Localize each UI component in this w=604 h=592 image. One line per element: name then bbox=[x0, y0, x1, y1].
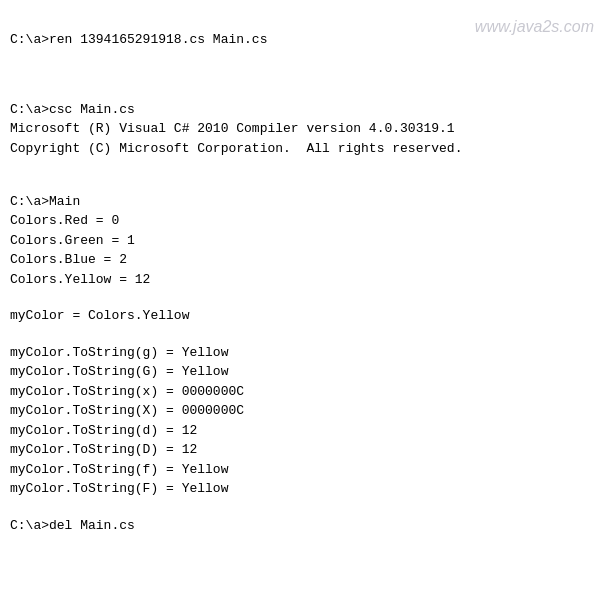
console-line-line1: C:\a>ren 1394165291918.cs Main.cs bbox=[10, 30, 594, 50]
console-line-line9: Colors.Yellow = 12 bbox=[10, 270, 594, 290]
console-line-line6: Colors.Red = 0 bbox=[10, 211, 594, 231]
console-line-empty3 bbox=[10, 83, 594, 100]
console-line-line14: myColor.ToString(X) = 0000000C bbox=[10, 401, 594, 421]
console-line-line15: myColor.ToString(d) = 12 bbox=[10, 421, 594, 441]
console-line-empty2 bbox=[10, 66, 594, 83]
console-line-empty5 bbox=[10, 175, 594, 192]
console-line-line3: Microsoft (R) Visual C# 2010 Compiler ve… bbox=[10, 119, 594, 139]
console-line-line12: myColor.ToString(G) = Yellow bbox=[10, 362, 594, 382]
console-line-line19: C:\a>del Main.cs bbox=[10, 516, 594, 536]
console-line-line18: myColor.ToString(F) = Yellow bbox=[10, 479, 594, 499]
console-line-empty7 bbox=[10, 326, 594, 343]
console-line-empty6 bbox=[10, 289, 594, 306]
console-line-line10: myColor = Colors.Yellow bbox=[10, 306, 594, 326]
console-line-line11: myColor.ToString(g) = Yellow bbox=[10, 343, 594, 363]
console-line-empty4 bbox=[10, 158, 594, 175]
console-line-line2: C:\a>csc Main.cs bbox=[10, 100, 594, 120]
console-line-line13: myColor.ToString(x) = 0000000C bbox=[10, 382, 594, 402]
console-line-line5: C:\a>Main bbox=[10, 192, 594, 212]
console-output: C:\a>ren 1394165291918.cs Main.csC:\a>cs… bbox=[10, 10, 594, 535]
console-line-line8: Colors.Blue = 2 bbox=[10, 250, 594, 270]
console-line-empty8 bbox=[10, 499, 594, 516]
console-line-line4: Copyright (C) Microsoft Corporation. All… bbox=[10, 139, 594, 159]
console-line-empty1 bbox=[10, 49, 594, 66]
console-line-line17: myColor.ToString(f) = Yellow bbox=[10, 460, 594, 480]
console-line-line7: Colors.Green = 1 bbox=[10, 231, 594, 251]
console-line-line16: myColor.ToString(D) = 12 bbox=[10, 440, 594, 460]
